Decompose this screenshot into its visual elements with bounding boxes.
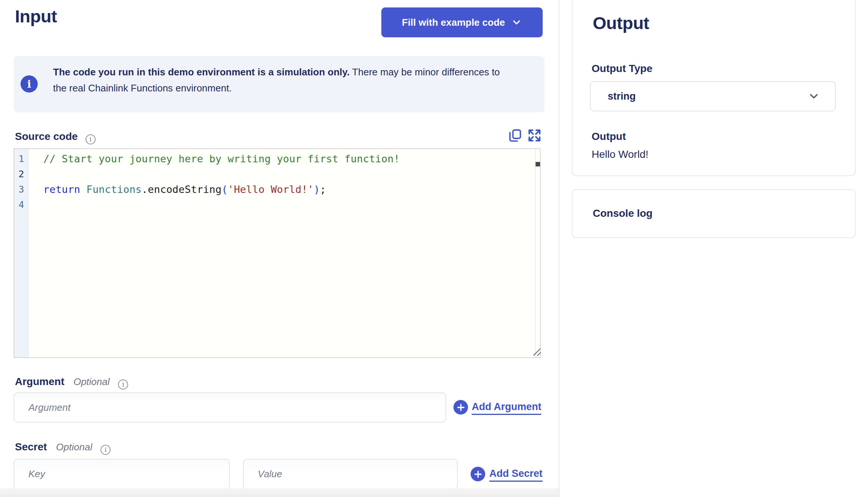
line-number: 1 bbox=[14, 151, 28, 166]
chevron-down-icon bbox=[511, 17, 522, 28]
info-icon: i bbox=[21, 75, 38, 93]
secret-key-input[interactable] bbox=[14, 459, 230, 489]
source-code-header: Source code i bbox=[15, 131, 96, 144]
line-number: 2 bbox=[14, 166, 28, 182]
add-secret-link[interactable]: Add Secret bbox=[489, 468, 543, 482]
code-line-4 bbox=[43, 197, 540, 212]
line-number-gutter: 1 2 3 4 bbox=[14, 149, 29, 357]
code-space bbox=[80, 184, 86, 195]
secret-value-input[interactable] bbox=[243, 459, 458, 489]
simulation-notice-banner: i The code you run in this demo environm… bbox=[14, 56, 545, 112]
code-area[interactable]: // Start your journey here by writing yo… bbox=[29, 149, 540, 357]
input-panel-title: Input bbox=[15, 6, 57, 26]
source-code-label: Source code bbox=[15, 131, 78, 142]
console-log-label: Console log bbox=[593, 207, 652, 219]
argument-label: Argument bbox=[15, 376, 64, 387]
code-line-3: return Functions.encodeString('Hello Wor… bbox=[43, 182, 540, 197]
fill-button-label: Fill with example code bbox=[402, 17, 505, 28]
code-paren: ( bbox=[221, 184, 227, 195]
add-secret-plus-button[interactable] bbox=[471, 467, 485, 481]
code-identifier: Functions bbox=[86, 184, 142, 195]
notice-rest: There may be minor differences to bbox=[350, 66, 500, 78]
code-line-2 bbox=[43, 166, 540, 182]
source-code-editor[interactable]: 1 2 3 4 // Start your journey here by wr… bbox=[14, 149, 540, 358]
code-semicolon: ; bbox=[320, 184, 326, 195]
source-code-info-icon[interactable]: i bbox=[86, 134, 96, 144]
editor-scrollbar-thumb[interactable] bbox=[536, 162, 540, 166]
code-method: .encodeString bbox=[142, 184, 221, 195]
code-string: 'Hello World!' bbox=[228, 184, 314, 195]
code-comment: // Start your journey here by writing yo… bbox=[43, 153, 400, 165]
secret-header: Secret Optional i bbox=[15, 441, 111, 455]
argument-header: Argument Optional i bbox=[15, 376, 128, 390]
plus-icon bbox=[456, 403, 465, 412]
argument-optional-label: Optional bbox=[74, 376, 110, 387]
code-line-1: // Start your journey here by writing yo… bbox=[43, 151, 540, 166]
output-type-value: string bbox=[608, 91, 807, 102]
code-paren: ) bbox=[314, 184, 320, 195]
secret-info-icon[interactable]: i bbox=[100, 445, 111, 455]
fill-with-example-code-button[interactable]: Fill with example code bbox=[381, 7, 543, 37]
output-result-label: Output bbox=[592, 131, 626, 143]
copy-icon bbox=[508, 128, 523, 143]
notice-text: The code you run in this demo environmen… bbox=[53, 64, 500, 96]
editor-scrollbar-track[interactable] bbox=[535, 149, 540, 357]
resize-handle-icon[interactable] bbox=[532, 347, 542, 357]
output-type-label: Output Type bbox=[592, 63, 652, 75]
argument-input[interactable] bbox=[14, 393, 446, 422]
plus-icon bbox=[474, 470, 483, 479]
output-panel-title: Output bbox=[593, 13, 649, 33]
output-type-select[interactable]: string bbox=[590, 81, 836, 111]
line-number: 4 bbox=[14, 197, 28, 212]
expand-icon bbox=[527, 128, 542, 143]
code-keyword: return bbox=[43, 184, 80, 195]
line-number: 3 bbox=[14, 182, 28, 197]
chevron-down-icon bbox=[807, 90, 820, 103]
output-result-value: Hello World! bbox=[592, 149, 648, 160]
argument-info-icon[interactable]: i bbox=[118, 379, 128, 390]
notice-line2: the real Chainlink Functions environment… bbox=[53, 80, 500, 96]
copy-code-button[interactable] bbox=[507, 128, 523, 144]
expand-code-button[interactable] bbox=[527, 128, 542, 144]
add-argument-link[interactable]: Add Argument bbox=[472, 401, 541, 415]
secret-label: Secret bbox=[15, 441, 47, 453]
horizontal-scrollbar[interactable] bbox=[0, 488, 559, 497]
pane-divider bbox=[559, 0, 559, 497]
add-argument-plus-button[interactable] bbox=[453, 400, 468, 415]
notice-bold: The code you run in this demo environmen… bbox=[53, 66, 350, 78]
secret-optional-label: Optional bbox=[56, 441, 92, 453]
